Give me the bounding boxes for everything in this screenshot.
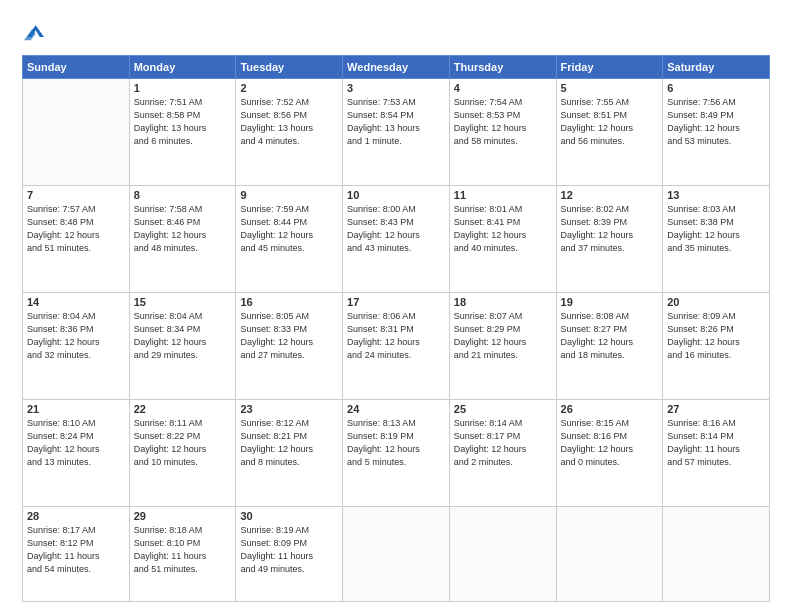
day-cell: 4Sunrise: 7:54 AMSunset: 8:53 PMDaylight… [449,78,556,185]
calendar-page: SundayMondayTuesdayWednesdayThursdayFrid… [0,0,792,612]
weekday-header-wednesday: Wednesday [343,55,450,78]
day-cell: 15Sunrise: 8:04 AMSunset: 8:34 PMDayligh… [129,292,236,399]
day-cell [343,507,450,602]
day-info: Sunrise: 7:56 AMSunset: 8:49 PMDaylight:… [667,96,765,148]
day-cell: 28Sunrise: 8:17 AMSunset: 8:12 PMDayligh… [23,507,130,602]
day-number: 9 [240,189,338,201]
logo [22,22,44,47]
day-cell: 2Sunrise: 7:52 AMSunset: 8:56 PMDaylight… [236,78,343,185]
day-info: Sunrise: 8:08 AMSunset: 8:27 PMDaylight:… [561,310,659,362]
day-number: 25 [454,403,552,415]
day-number: 17 [347,296,445,308]
weekday-header-saturday: Saturday [663,55,770,78]
day-cell: 21Sunrise: 8:10 AMSunset: 8:24 PMDayligh… [23,399,130,506]
day-cell: 17Sunrise: 8:06 AMSunset: 8:31 PMDayligh… [343,292,450,399]
weekday-header-monday: Monday [129,55,236,78]
week-row-3: 14Sunrise: 8:04 AMSunset: 8:36 PMDayligh… [23,292,770,399]
day-number: 24 [347,403,445,415]
day-number: 7 [27,189,125,201]
day-number: 21 [27,403,125,415]
day-cell: 18Sunrise: 8:07 AMSunset: 8:29 PMDayligh… [449,292,556,399]
day-cell: 6Sunrise: 7:56 AMSunset: 8:49 PMDaylight… [663,78,770,185]
day-number: 1 [134,82,232,94]
day-cell: 13Sunrise: 8:03 AMSunset: 8:38 PMDayligh… [663,185,770,292]
day-number: 10 [347,189,445,201]
day-info: Sunrise: 7:57 AMSunset: 8:48 PMDaylight:… [27,203,125,255]
day-info: Sunrise: 8:18 AMSunset: 8:10 PMDaylight:… [134,524,232,576]
day-cell: 7Sunrise: 7:57 AMSunset: 8:48 PMDaylight… [23,185,130,292]
weekday-header-sunday: Sunday [23,55,130,78]
weekday-header-row: SundayMondayTuesdayWednesdayThursdayFrid… [23,55,770,78]
day-number: 8 [134,189,232,201]
day-info: Sunrise: 8:16 AMSunset: 8:14 PMDaylight:… [667,417,765,469]
day-cell: 24Sunrise: 8:13 AMSunset: 8:19 PMDayligh… [343,399,450,506]
day-cell [556,507,663,602]
day-number: 4 [454,82,552,94]
day-number: 18 [454,296,552,308]
day-number: 19 [561,296,659,308]
day-number: 2 [240,82,338,94]
day-number: 12 [561,189,659,201]
day-info: Sunrise: 8:11 AMSunset: 8:22 PMDaylight:… [134,417,232,469]
day-info: Sunrise: 8:17 AMSunset: 8:12 PMDaylight:… [27,524,125,576]
day-cell: 30Sunrise: 8:19 AMSunset: 8:09 PMDayligh… [236,507,343,602]
header [22,18,770,47]
day-number: 15 [134,296,232,308]
logo-icon [24,22,44,42]
day-cell: 20Sunrise: 8:09 AMSunset: 8:26 PMDayligh… [663,292,770,399]
day-info: Sunrise: 8:09 AMSunset: 8:26 PMDaylight:… [667,310,765,362]
day-info: Sunrise: 7:55 AMSunset: 8:51 PMDaylight:… [561,96,659,148]
day-info: Sunrise: 7:58 AMSunset: 8:46 PMDaylight:… [134,203,232,255]
weekday-header-friday: Friday [556,55,663,78]
day-number: 14 [27,296,125,308]
day-info: Sunrise: 8:12 AMSunset: 8:21 PMDaylight:… [240,417,338,469]
day-number: 23 [240,403,338,415]
day-number: 28 [27,510,125,522]
day-info: Sunrise: 8:13 AMSunset: 8:19 PMDaylight:… [347,417,445,469]
day-number: 29 [134,510,232,522]
day-info: Sunrise: 8:04 AMSunset: 8:36 PMDaylight:… [27,310,125,362]
day-info: Sunrise: 8:07 AMSunset: 8:29 PMDaylight:… [454,310,552,362]
day-info: Sunrise: 7:52 AMSunset: 8:56 PMDaylight:… [240,96,338,148]
day-cell: 19Sunrise: 8:08 AMSunset: 8:27 PMDayligh… [556,292,663,399]
day-number: 16 [240,296,338,308]
day-cell: 3Sunrise: 7:53 AMSunset: 8:54 PMDaylight… [343,78,450,185]
day-cell: 12Sunrise: 8:02 AMSunset: 8:39 PMDayligh… [556,185,663,292]
day-cell: 8Sunrise: 7:58 AMSunset: 8:46 PMDaylight… [129,185,236,292]
day-info: Sunrise: 7:59 AMSunset: 8:44 PMDaylight:… [240,203,338,255]
day-number: 26 [561,403,659,415]
week-row-4: 21Sunrise: 8:10 AMSunset: 8:24 PMDayligh… [23,399,770,506]
day-cell: 9Sunrise: 7:59 AMSunset: 8:44 PMDaylight… [236,185,343,292]
day-cell: 26Sunrise: 8:15 AMSunset: 8:16 PMDayligh… [556,399,663,506]
day-info: Sunrise: 7:51 AMSunset: 8:58 PMDaylight:… [134,96,232,148]
day-info: Sunrise: 8:03 AMSunset: 8:38 PMDaylight:… [667,203,765,255]
day-cell: 25Sunrise: 8:14 AMSunset: 8:17 PMDayligh… [449,399,556,506]
day-info: Sunrise: 8:19 AMSunset: 8:09 PMDaylight:… [240,524,338,576]
day-info: Sunrise: 7:54 AMSunset: 8:53 PMDaylight:… [454,96,552,148]
day-cell: 27Sunrise: 8:16 AMSunset: 8:14 PMDayligh… [663,399,770,506]
day-number: 27 [667,403,765,415]
day-number: 30 [240,510,338,522]
day-cell: 22Sunrise: 8:11 AMSunset: 8:22 PMDayligh… [129,399,236,506]
day-number: 20 [667,296,765,308]
weekday-header-tuesday: Tuesday [236,55,343,78]
day-number: 3 [347,82,445,94]
day-info: Sunrise: 8:01 AMSunset: 8:41 PMDaylight:… [454,203,552,255]
day-number: 6 [667,82,765,94]
day-info: Sunrise: 8:00 AMSunset: 8:43 PMDaylight:… [347,203,445,255]
day-info: Sunrise: 8:05 AMSunset: 8:33 PMDaylight:… [240,310,338,362]
day-cell: 1Sunrise: 7:51 AMSunset: 8:58 PMDaylight… [129,78,236,185]
day-cell [449,507,556,602]
day-number: 5 [561,82,659,94]
day-cell: 10Sunrise: 8:00 AMSunset: 8:43 PMDayligh… [343,185,450,292]
day-info: Sunrise: 8:04 AMSunset: 8:34 PMDaylight:… [134,310,232,362]
day-cell: 14Sunrise: 8:04 AMSunset: 8:36 PMDayligh… [23,292,130,399]
day-cell [23,78,130,185]
day-number: 13 [667,189,765,201]
day-cell: 11Sunrise: 8:01 AMSunset: 8:41 PMDayligh… [449,185,556,292]
day-info: Sunrise: 8:02 AMSunset: 8:39 PMDaylight:… [561,203,659,255]
week-row-1: 1Sunrise: 7:51 AMSunset: 8:58 PMDaylight… [23,78,770,185]
day-number: 11 [454,189,552,201]
day-number: 22 [134,403,232,415]
day-info: Sunrise: 8:06 AMSunset: 8:31 PMDaylight:… [347,310,445,362]
